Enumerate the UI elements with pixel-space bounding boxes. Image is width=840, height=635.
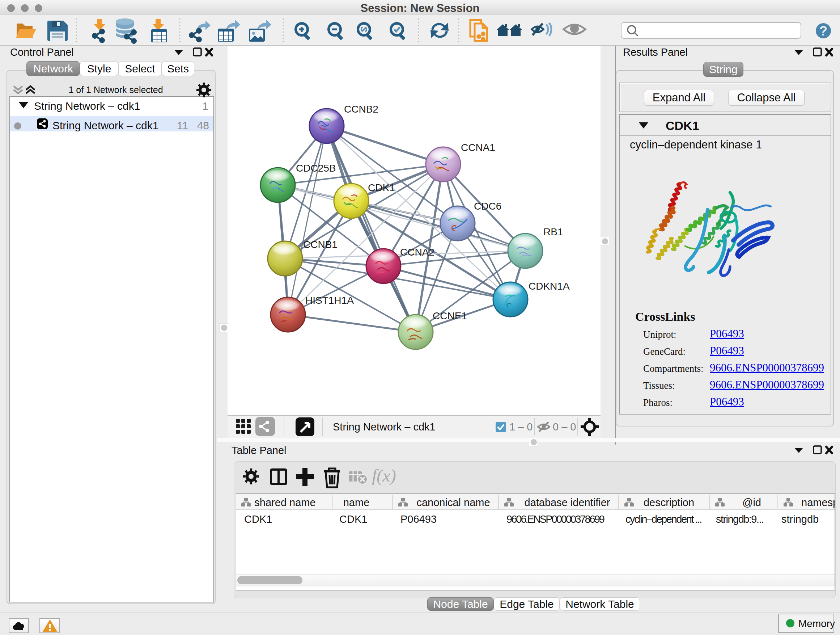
svg-text:CDK1: CDK1 xyxy=(339,513,367,525)
svg-text:f(x): f(x) xyxy=(372,466,396,486)
svg-text:CDC25B: CDC25B xyxy=(296,163,336,174)
svg-text:namespace: namespace xyxy=(801,497,835,508)
svg-text:CDC6: CDC6 xyxy=(474,201,501,212)
svg-text:stringdb:9...: stringdb:9... xyxy=(716,513,764,525)
svg-text:?: ? xyxy=(819,24,827,38)
svg-text:database identifier: database identifier xyxy=(524,497,610,508)
svg-text:shared name: shared name xyxy=(254,497,316,508)
svg-text:CCNE1: CCNE1 xyxy=(433,310,467,321)
svg-text:CCNA2: CCNA2 xyxy=(400,247,434,258)
svg-text:description: description xyxy=(644,497,694,508)
svg-text:canonical name: canonical name xyxy=(416,497,490,508)
svg-text:RB1: RB1 xyxy=(543,226,563,238)
svg-text:cyclin–dependent ...: cyclin–dependent ... xyxy=(625,513,702,525)
svg-text:CCNB2: CCNB2 xyxy=(344,103,378,115)
svg-text:CCNB1: CCNB1 xyxy=(303,239,338,250)
svg-text:CDK1: CDK1 xyxy=(368,182,395,193)
svg-text:CDK1: CDK1 xyxy=(244,513,272,525)
svg-text:@id: @id xyxy=(742,497,761,508)
svg-text:CDKN1A: CDKN1A xyxy=(529,280,570,292)
svg-text:CCNA1: CCNA1 xyxy=(461,142,495,153)
svg-text:HIST1H1A: HIST1H1A xyxy=(305,295,354,306)
svg-text:9606.ENSP00000378699: 9606.ENSP00000378699 xyxy=(507,513,605,525)
svg-text:stringdb: stringdb xyxy=(782,513,819,525)
svg-text:P06493: P06493 xyxy=(401,513,437,525)
svg-text:name: name xyxy=(343,497,370,508)
